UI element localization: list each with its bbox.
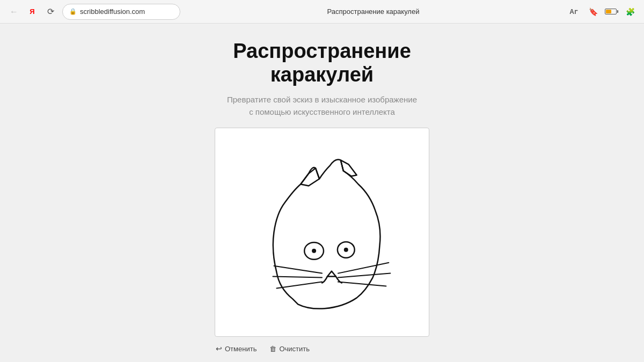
browser-actions: Aᴦ 🔖 🧩	[566, 4, 638, 19]
browser-chrome: ← Я ⟳ 🔒 scribblediffusion.com Распростра…	[0, 0, 644, 24]
undo-button[interactable]: ↩ Отменить	[215, 342, 258, 355]
tab-title: Распространение каракулей	[185, 8, 562, 16]
battery-indicator	[605, 9, 618, 14]
svg-line-7	[338, 263, 389, 274]
undo-icon: ↩	[216, 344, 222, 353]
sketch-svg	[215, 128, 429, 336]
canvas-actions: ↩ Отменить 🗑 Очистить	[215, 342, 311, 355]
trash-icon: 🗑	[269, 345, 276, 353]
svg-line-5	[273, 277, 322, 278]
bookmark-button[interactable]: 🔖	[586, 4, 601, 19]
lock-icon: 🔒	[69, 8, 77, 15]
translate-button[interactable]: Aᴦ	[566, 4, 581, 19]
page-title: Распространение каракулей	[233, 40, 411, 86]
clear-label: Очистить	[279, 345, 310, 353]
svg-line-8	[338, 274, 390, 278]
svg-line-4	[274, 266, 322, 274]
svg-point-1	[312, 249, 316, 253]
address-text: scribblediffusion.com	[80, 8, 145, 16]
battery-fill	[606, 10, 611, 13]
refresh-button[interactable]: ⟳	[43, 4, 58, 19]
drawing-canvas[interactable]	[215, 128, 429, 337]
undo-label: Отменить	[225, 345, 257, 353]
page-subtitle: Превратите свой эскиз в изысканное изобр…	[227, 94, 417, 118]
extensions-button[interactable]: 🧩	[623, 4, 638, 19]
page-content: Распространение каракулей Превратите сво…	[0, 24, 644, 362]
yandex-logo[interactable]: Я	[25, 4, 40, 19]
battery-tip	[617, 10, 618, 13]
nav-buttons: ← Я ⟳	[6, 4, 58, 19]
back-button[interactable]: ←	[6, 4, 21, 19]
svg-line-9	[338, 282, 386, 286]
clear-button[interactable]: 🗑 Очистить	[268, 343, 311, 355]
address-bar[interactable]: 🔒 scribblediffusion.com	[62, 4, 180, 20]
svg-point-3	[344, 248, 348, 252]
svg-line-6	[276, 282, 322, 289]
